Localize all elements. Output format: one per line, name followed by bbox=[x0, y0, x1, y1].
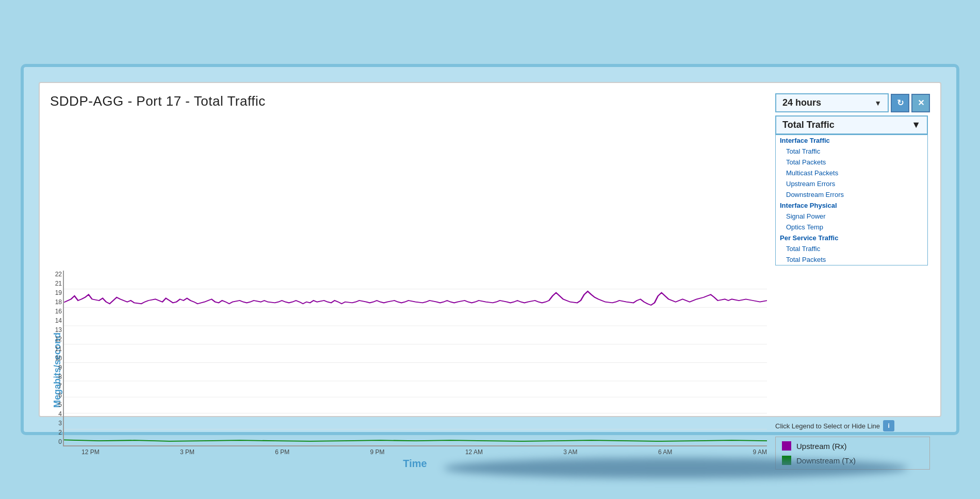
metric-selector-dropdown[interactable]: Total Traffic ▼ bbox=[775, 115, 928, 135]
info-icon: i bbox=[883, 420, 894, 431]
y-tick-14: 14 bbox=[45, 317, 62, 324]
x-tick-6am: 6 AM bbox=[658, 448, 672, 456]
menu-item-optics-temp[interactable]: Optics Temp bbox=[776, 222, 927, 232]
x-tick-3am: 3 AM bbox=[563, 448, 577, 456]
y-tick-7: 7 bbox=[45, 382, 62, 390]
refresh-icon: ↻ bbox=[897, 98, 904, 108]
refresh-button[interactable]: ↻ bbox=[891, 94, 909, 112]
y-tick-19: 19 bbox=[45, 289, 62, 296]
chart-title: SDDP-AGG - Port 17 - Total Traffic bbox=[50, 93, 266, 109]
metric-selector-arrow: ▼ bbox=[911, 120, 921, 130]
time-selector-arrow: ▼ bbox=[874, 99, 881, 107]
chart-svg bbox=[64, 271, 767, 445]
x-tick-12pm: 12 PM bbox=[81, 448, 100, 456]
time-selector-dropdown[interactable]: 24 hours ▼ bbox=[775, 93, 889, 112]
y-tick-4: 4 bbox=[45, 410, 62, 418]
y-tick-12: 12 bbox=[45, 336, 62, 343]
y-tick-2: 2 bbox=[45, 429, 62, 436]
metric-selector-value: Total Traffic bbox=[782, 120, 835, 130]
y-ticks: 0 2 3 4 5 6 7 8 9 10 11 12 13 bbox=[45, 271, 62, 445]
x-tick-9pm: 9 PM bbox=[370, 448, 385, 456]
time-selector-value: 24 hours bbox=[782, 97, 821, 108]
y-tick-22: 22 bbox=[45, 271, 62, 278]
y-tick-9: 9 bbox=[45, 364, 62, 371]
y-tick-6: 6 bbox=[45, 392, 62, 399]
menu-item-signal-power[interactable]: Signal Power bbox=[776, 211, 927, 222]
section-per-service-traffic: Per Service Traffic bbox=[776, 232, 927, 243]
menu-item-total-traffic[interactable]: Total Traffic bbox=[776, 146, 927, 157]
outer-frame: SDDP-AGG - Port 17 - Total Traffic 24 ho… bbox=[21, 64, 959, 435]
menu-item-total-packets[interactable]: Total Packets bbox=[776, 157, 927, 168]
right-panel: Click Legend to Select or Hide Line i Up… bbox=[775, 271, 930, 470]
y-tick-18: 18 bbox=[45, 298, 62, 306]
y-tick-8: 8 bbox=[45, 373, 62, 380]
close-button[interactable]: ✕ bbox=[911, 94, 930, 112]
menu-item-multicast-packets[interactable]: Multicast Packets bbox=[776, 168, 927, 178]
x-axis: 12 PM 3 PM 6 PM 9 PM 12 AM 3 AM 6 AM 9 A… bbox=[63, 446, 767, 456]
menu-item-per-service-total-packets[interactable]: Total Packets bbox=[776, 254, 927, 265]
x-tick-9am: 9 AM bbox=[753, 448, 767, 456]
menu-item-upstream-errors[interactable]: Upstream Errors bbox=[776, 178, 927, 189]
chart-inner: 0 2 3 4 5 6 7 8 9 10 11 12 13 bbox=[63, 271, 767, 470]
y-tick-5: 5 bbox=[45, 401, 62, 408]
section-interface-physical: Interface Physical bbox=[776, 200, 927, 211]
y-tick-21: 21 bbox=[45, 280, 62, 287]
x-tick-3pm: 3 PM bbox=[180, 448, 194, 456]
menu-item-downstream-errors[interactable]: Downstream Errors bbox=[776, 189, 927, 200]
legend-item-upstream[interactable]: Upstream (Rx) bbox=[782, 441, 923, 451]
legend-color-upstream bbox=[782, 441, 791, 451]
inner-card: SDDP-AGG - Port 17 - Total Traffic 24 ho… bbox=[39, 82, 941, 417]
x-tick-6pm: 6 PM bbox=[275, 448, 289, 456]
metric-dropdown-menu: Interface Traffic Total Traffic Total Pa… bbox=[775, 135, 928, 265]
card-header: SDDP-AGG - Port 17 - Total Traffic 24 ho… bbox=[50, 93, 930, 265]
x-tick-12am: 12 AM bbox=[465, 448, 483, 456]
y-tick-10: 10 bbox=[45, 355, 62, 362]
time-selector-row: 24 hours ▼ ↻ ✕ bbox=[775, 93, 930, 112]
legend-hint-text: Click Legend to Select or Hide Line bbox=[775, 422, 880, 430]
y-tick-13: 13 bbox=[45, 326, 62, 334]
brush-mark bbox=[444, 458, 908, 478]
y-tick-0: 0 bbox=[45, 438, 62, 445]
y-tick-11: 11 bbox=[45, 345, 62, 353]
chart-plot: 0 2 3 4 5 6 7 8 9 10 11 12 13 bbox=[63, 271, 767, 446]
chart-container: Megabits/second 0 2 3 4 5 6 7 8 bbox=[50, 271, 767, 470]
legend-hint: Click Legend to Select or Hide Line i bbox=[775, 418, 930, 434]
y-tick-16: 16 bbox=[45, 308, 62, 315]
chart-area: Megabits/second 0 2 3 4 5 6 7 8 bbox=[50, 271, 930, 470]
menu-item-per-service-total-traffic[interactable]: Total Traffic bbox=[776, 243, 927, 254]
legend-label-upstream: Upstream (Rx) bbox=[796, 442, 847, 451]
close-icon: ✕ bbox=[918, 98, 924, 108]
section-interface-traffic: Interface Traffic bbox=[776, 135, 927, 146]
controls-panel: 24 hours ▼ ↻ ✕ Total Traffic ▼ bbox=[775, 93, 930, 265]
y-tick-3: 3 bbox=[45, 420, 62, 427]
